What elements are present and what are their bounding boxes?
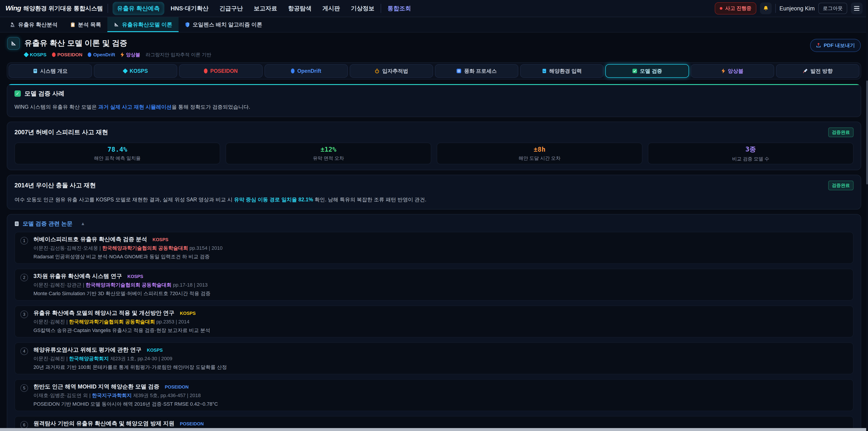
bottom-cutoff-strip [0, 428, 866, 431]
section-particle-tracking[interactable]: 입자추적법 [350, 64, 433, 78]
check-icon: ✓ [14, 90, 21, 97]
scrollbar-thumb[interactable] [866, 81, 868, 184]
hamburger-icon [854, 6, 860, 11]
paper-item-3[interactable]: 3 유출유 확산예측 모델의 해양사고 적용 및 개선방안 연구KOSPS 이문… [14, 306, 854, 337]
app-title: 해양환경 위기대응 통합시스템 [23, 4, 103, 12]
page-header: 유출유 확산 모델 이론 및 검증 KOSPS POSEIDON OpenDri… [0, 33, 868, 61]
stat-model-count: 3종 비교 검증 모델 수 [648, 143, 854, 164]
paper-title[interactable]: 해양유류오염사고 위해도 평가에 관한 연구 [33, 346, 142, 353]
paper-journal: 한국해양과학기술협의회 공동학술대회 [69, 319, 155, 325]
oil-fence-shield-icon [185, 22, 190, 27]
model-badge: POSEIDON [180, 421, 204, 427]
app-root: Wing 해양환경 위기대응 통합시스템 유출유 확산예측 HNS·대기확산 긴… [0, 0, 868, 431]
logout-button[interactable]: 로그아웃 [818, 3, 847, 14]
tab-oil-fence-algorithm-theory[interactable]: 오일펜스 배치 알고리즘 이론 [179, 17, 269, 32]
tab-spill-model-theory[interactable]: 유출유확산모델 이론 [107, 17, 179, 32]
paper-title[interactable]: 3차원 유출유 확산예측 시스템 연구 [33, 272, 122, 280]
paper-number: 1 [20, 237, 28, 245]
user-name: Eunjeong Kim [779, 5, 815, 12]
rocket-icon [803, 68, 808, 73]
nav-board[interactable]: 게시판 [318, 2, 344, 15]
stopwatch-icon [375, 68, 379, 73]
paper-note: 20년 과거자료 기반 100회 몬테카를로 통계 위험평가·가로림만 해안/어… [33, 364, 848, 371]
collapse-icon[interactable]: ▲ [81, 221, 85, 226]
paper-journal: 한국해양과학기술협의회 공동학술대회 [86, 282, 172, 288]
stat-arrival-time-error: ±8h 해안 도달 시간 오차 [437, 143, 643, 164]
paper-number: 2 [20, 274, 28, 281]
tab-analysis-list[interactable]: 분석 목록 [64, 17, 107, 32]
export-icon [816, 43, 821, 48]
paper-title[interactable]: 허베이스피리트호 유출유 확산예측 검증 분석 [33, 236, 147, 243]
paper-authors: 이문진·김혜진 | 한국해양공학회지 제23권 1호, pp.24-30 | 2… [33, 355, 848, 362]
section-nav: 시스템 개요 KOSPS POSEIDON OpenDrift 입자추적법 풍화… [7, 62, 861, 80]
wave-clipboard-icon [542, 68, 547, 73]
paper-note: Monte Carlo Simulation 기반 3D 확산모델·허베이 스피… [33, 290, 848, 297]
nav-hns-diffusion[interactable]: HNS·대기확산 [166, 2, 213, 15]
opendrift-badge: OpenDrift [88, 52, 115, 57]
nav-integrated-search[interactable]: 통합조회 [383, 2, 415, 15]
circle-icon [291, 68, 294, 73]
nav-oil-spill-prediction[interactable]: 유출유 확산예측 [113, 2, 164, 15]
nav-emergency-rescue[interactable]: 긴급구난 [215, 2, 247, 15]
app-logo: Wing 해양환경 위기대응 통합시스템 [5, 4, 103, 12]
scrollbar[interactable] [866, 0, 868, 431]
nav-weather-info[interactable]: 기상정보 [346, 2, 379, 15]
divider [775, 4, 776, 13]
section-poseidon[interactable]: POSEIDON [179, 64, 262, 78]
paper-number: 4 [20, 347, 28, 355]
set-square-icon [10, 40, 17, 47]
check-square-icon [632, 68, 637, 73]
document-icon [33, 68, 37, 73]
paper-note: POSEIDON 기반 MOHID 모델 동아시아 해역 2016년 검증·SS… [33, 401, 848, 407]
case-2014-card: 2014년 우이산 충돌 사고 재현 검증완료 여수 오동도 인근 원유 유출 … [7, 175, 861, 210]
nav-reports[interactable]: 보고자료 [249, 2, 282, 15]
paper-item-5[interactable]: 5 한반도 인근 해역 MOHID 지역 해양순환 모델 검증POSEIDON … [14, 379, 854, 411]
model-badge: KOSPS [180, 311, 196, 316]
tab-spill-analysis[interactable]: 유출유 확산분석 [4, 17, 64, 32]
stats-row: 78.4% 해안 표착 예측 일치율 ±12% 유막 면적 오차 ±8h 해안 … [14, 143, 854, 164]
diamond-icon [123, 68, 128, 74]
notification-bell-button[interactable] [760, 2, 772, 14]
case-highlight: 유막 중심 이동 경로 일치율 82.1% [234, 196, 313, 203]
set-square-icon [114, 22, 119, 27]
paper-authors: 이문진·김혜진·강관근 | 한국해양과학기술협의회 공동학술대회 pp.17-1… [33, 282, 848, 288]
pdf-export-button[interactable]: PDF 내보내기 [810, 39, 861, 52]
paper-journal: 한국해양과학기술협의회 공동학술대회 [102, 245, 188, 251]
papers-header[interactable]: 모델 검증 관련 논문 ▲ [14, 220, 854, 227]
paper-title[interactable]: 유출유 확산예측 모델의 해양사고 적용 및 개선방안 연구 [33, 309, 175, 317]
page-icon [7, 37, 20, 50]
menu-button[interactable] [851, 2, 863, 14]
main-nav: 유출유 확산예측 HNS·대기확산 긴급구난 보고자료 항공탐색 게시판 기상정… [113, 2, 416, 15]
circle-icon [204, 68, 208, 73]
paper-item-4[interactable]: 4 해양유류오염사고 위해도 평가에 관한 연구KOSPS 이문진·김혜진 | … [14, 342, 854, 374]
section-model-validation[interactable]: 모델 검증 [605, 64, 689, 78]
incident-in-progress-badge[interactable]: 사고 진행중 [715, 2, 756, 14]
model-badge: POSEIDON [165, 384, 189, 390]
section-ensemble[interactable]: 앙상블 [691, 64, 774, 78]
section-future-direction[interactable]: 발전 방향 [776, 64, 860, 78]
verified-badge: 검증완료 [828, 127, 854, 137]
section-title: 모델 검증 사례 [24, 90, 64, 98]
red-dot-icon [720, 7, 722, 10]
nav-aerial-search[interactable]: 항공탐색 [283, 2, 316, 15]
paper-title[interactable]: 한반도 인근 해역 MOHID 지역 해양순환 모델 검증 [33, 383, 159, 390]
microscope-icon [10, 22, 16, 27]
section-ocean-env-input[interactable]: 해양환경 입력 [520, 64, 603, 78]
top-bar: Wing 해양환경 위기대응 통합시스템 유출유 확산예측 HNS·대기확산 긴… [0, 0, 868, 17]
model-badge: KOSPS [147, 348, 163, 353]
case-title: 2014년 우이산 충돌 사고 재현 [14, 181, 96, 189]
section-weathering-process[interactable]: 풍화 프로세스 [435, 64, 518, 78]
clipboard-icon [70, 22, 75, 27]
paper-journal: 한국지구과학회지 [92, 393, 132, 398]
verified-badge: 검증완료 [828, 181, 854, 190]
paper-item-2[interactable]: 2 3차원 유출유 확산예측 시스템 연구KOSPS 이문진·김혜진·강관근 |… [14, 269, 854, 301]
paper-title[interactable]: 원격탐사 기반의 유출유 확산예측 및 해양오염 방제 지원 [33, 420, 175, 427]
intro-link[interactable]: 과거 실제 사고 재현 시뮬레이션 [98, 104, 172, 110]
cyclone-icon [456, 68, 461, 73]
section-system-overview[interactable]: 시스템 개요 [8, 64, 92, 78]
paper-item-1[interactable]: 1 허베이스피리트호 유출유 확산예측 검증 분석KOSPS 이문진·김선동·김… [14, 232, 854, 264]
divider [381, 4, 381, 13]
section-kosps[interactable]: KOSPS [94, 64, 177, 78]
section-opendrift[interactable]: OpenDrift [265, 64, 348, 78]
paper-note: Radarsat 인공위성영상 비교 분석·NOAA GNOME과 동일 입력조… [33, 253, 848, 260]
